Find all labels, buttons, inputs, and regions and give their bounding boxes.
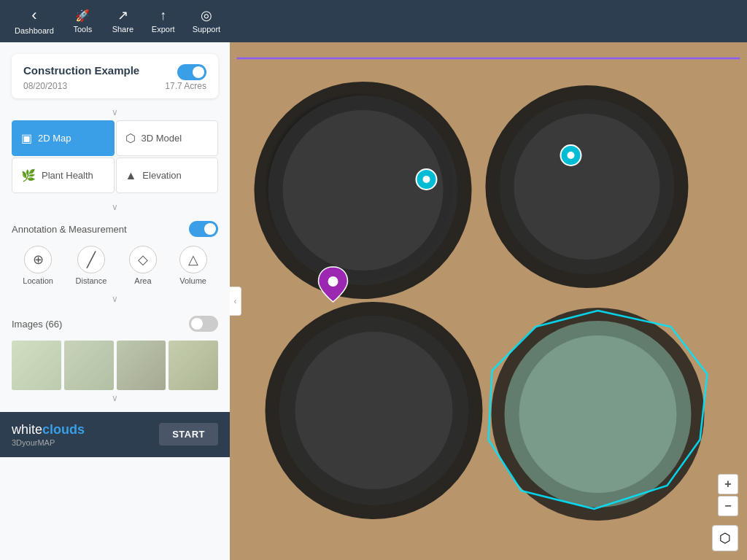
brand-sub: 3DyourMAP: [12, 438, 85, 447]
rocket-icon: [75, 9, 90, 22]
area-label: Area: [134, 276, 151, 285]
project-date: 08/20/2013: [23, 81, 67, 91]
image-thumb-3[interactable]: [117, 341, 166, 390]
view-buttons-grid: ▣ 2D Map ⬡ 3D Model 🌿 Plant Health ▲ Ele…: [12, 120, 218, 193]
cube-icon: ⬡: [125, 131, 136, 145]
svg-point-15: [568, 152, 575, 159]
map-layer-button[interactable]: ⬡: [712, 525, 738, 551]
project-card: Construction Example 08/20/2013 17.7 Acr…: [12, 54, 218, 98]
nav-dashboard-label: Dashboard: [15, 26, 54, 35]
sidebar-footer: whiteclouds 3DyourMAP START: [0, 412, 230, 457]
area-icon: ◇: [129, 246, 157, 273]
brand-name: whiteclouds: [12, 422, 85, 438]
map-zoom-controls: + −: [718, 474, 738, 516]
nav-dashboard[interactable]: Dashboard: [6, 3, 63, 39]
view-btn-3d-model[interactable]: ⬡ 3D Model: [116, 120, 219, 156]
svg-point-11: [519, 335, 677, 493]
project-title: Construction Example: [23, 64, 139, 77]
project-toggle[interactable]: [177, 64, 206, 80]
volume-icon: △: [179, 246, 207, 273]
layers-icon: ⬡: [719, 530, 731, 546]
mountain-icon: ▲: [125, 169, 137, 182]
sidebar: Construction Example 08/20/2013 17.7 Acr…: [0, 42, 230, 560]
zoom-in-button[interactable]: +: [718, 474, 738, 494]
view-btn-plant-health-label: Plant Health: [42, 170, 93, 181]
top-navigation: Dashboard Tools Share Export Support: [0, 0, 747, 42]
chevron-1[interactable]: ∨: [12, 104, 218, 120]
brand-highlight: clouds: [42, 422, 85, 437]
view-btn-elevation-label: Elevation: [142, 170, 181, 181]
svg-point-8: [295, 332, 453, 489]
support-icon: [201, 9, 212, 22]
view-btn-2d-map-label: 2D Map: [38, 133, 71, 144]
annotation-toggle[interactable]: [189, 221, 218, 237]
image-thumb-4[interactable]: [169, 341, 218, 390]
view-btn-3d-model-label: 3D Model: [142, 133, 182, 144]
back-arrow-icon: [31, 7, 36, 23]
chevron-3[interactable]: ∨: [12, 291, 218, 307]
nav-export-label: Export: [152, 25, 175, 34]
share-icon: [117, 9, 128, 22]
annotation-tool-distance[interactable]: ╱ Distance: [76, 246, 107, 285]
svg-point-16: [328, 276, 338, 287]
volume-label: Volume: [179, 276, 206, 285]
map-icon: ▣: [21, 131, 32, 145]
images-section-header: Images (66): [12, 316, 218, 332]
zoom-out-button[interactable]: −: [718, 496, 738, 516]
svg-point-5: [514, 114, 660, 260]
main-layout: Construction Example 08/20/2013 17.7 Acr…: [0, 42, 747, 560]
annotation-tool-location[interactable]: ⊕ Location: [23, 246, 53, 285]
nav-share[interactable]: Share: [103, 4, 143, 38]
nav-tools-label: Tools: [73, 25, 92, 34]
annotation-tool-volume[interactable]: △ Volume: [179, 246, 207, 285]
images-title: Images (66): [12, 319, 62, 330]
image-thumb-1[interactable]: [12, 341, 61, 390]
annotation-tool-area[interactable]: ◇ Area: [129, 246, 157, 285]
location-label: Location: [23, 276, 53, 285]
distance-icon: ╱: [77, 246, 105, 273]
map-overlay-svg: [230, 42, 747, 560]
export-icon: [160, 9, 166, 22]
nav-export[interactable]: Export: [143, 4, 184, 38]
view-btn-plant-health[interactable]: 🌿 Plant Health: [12, 158, 115, 193]
svg-point-2: [283, 110, 444, 271]
chevron-4[interactable]: ∨: [12, 390, 218, 406]
aerial-background: [230, 42, 747, 560]
annotation-title: Annotation & Measurement: [12, 224, 127, 235]
images-toggle[interactable]: [189, 316, 218, 332]
project-acreage: 17.7 Acres: [165, 81, 206, 91]
view-btn-2d-map[interactable]: ▣ 2D Map: [12, 120, 115, 156]
distance-label: Distance: [76, 276, 107, 285]
images-grid: [12, 341, 218, 390]
nav-support-label: Support: [193, 25, 221, 34]
nav-tools[interactable]: Tools: [63, 4, 103, 38]
pin-cyan-1: [417, 169, 437, 190]
annotation-tools: ⊕ Location ╱ Distance ◇ Area △ Volume: [12, 246, 218, 285]
view-btn-elevation[interactable]: ▲ Elevation: [116, 158, 219, 193]
map-area[interactable]: ‹ + − ⬡: [230, 42, 747, 560]
nav-support[interactable]: Support: [184, 4, 230, 38]
image-thumb-2[interactable]: [64, 341, 114, 390]
annotation-section-header: Annotation & Measurement: [12, 221, 218, 237]
leaf-icon: 🌿: [21, 168, 36, 182]
chevron-2[interactable]: ∨: [12, 199, 218, 215]
nav-share-label: Share: [112, 25, 133, 34]
map-collapse-button[interactable]: ‹: [230, 287, 241, 316]
start-button[interactable]: START: [159, 423, 218, 446]
images-section: Images (66): [12, 310, 218, 390]
svg-point-13: [423, 176, 430, 183]
pin-cyan-2: [561, 145, 581, 166]
location-icon: ⊕: [24, 246, 52, 273]
